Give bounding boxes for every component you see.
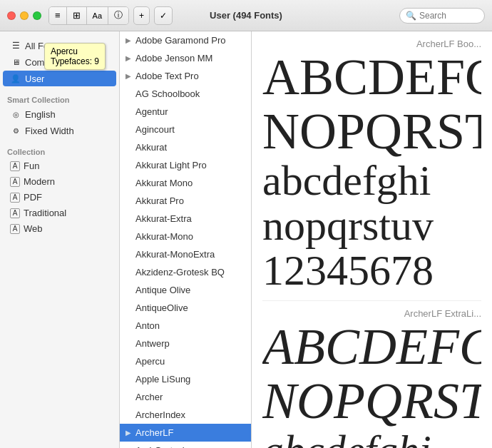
web-icon: A xyxy=(10,224,20,234)
font-size-button[interactable]: Aа xyxy=(87,7,108,24)
tooltip-typefaces: Typefaces: 9 xyxy=(51,56,99,66)
sidebar-label-english: English xyxy=(25,109,56,120)
font-list: ▶Adobe Garamond Pro ▶Adobe Jenson MM ▶Ad… xyxy=(120,31,252,448)
list-item[interactable]: Akkurat Mono xyxy=(120,174,251,192)
list-view-button[interactable]: ≡ xyxy=(49,7,67,24)
info-button[interactable]: ⓘ xyxy=(108,7,128,24)
view-toggle: ≡ ⊞ Aа ⓘ xyxy=(48,6,129,25)
list-item[interactable]: ▶Adobe Text Pro xyxy=(120,67,251,85)
sidebar-label-user: User xyxy=(25,73,44,84)
list-item[interactable]: Akzidenz-Grotesk BQ xyxy=(120,263,251,281)
font-size-icon: Aа xyxy=(93,11,102,20)
traditional-icon: A xyxy=(10,208,20,218)
list-item-selected[interactable]: ▶ArcherLF xyxy=(120,424,251,442)
preview-font-name-1: ArcherLF Boo... xyxy=(262,39,481,49)
maximize-button[interactable] xyxy=(33,11,41,20)
fun-icon: A xyxy=(10,161,20,171)
arrow-icon: ▶ xyxy=(125,72,133,80)
activate-button[interactable]: ✓ xyxy=(154,6,173,25)
list-item[interactable]: Akkurat-Mono xyxy=(120,228,251,245)
list-view-icon: ≡ xyxy=(55,10,61,21)
add-font-button[interactable]: + xyxy=(133,6,150,25)
preview-uppercase-2: NOPQRSTU xyxy=(262,105,481,159)
list-item[interactable]: ▶Adobe Garamond Pro xyxy=(120,31,251,49)
arrow-icon: ▶ xyxy=(125,429,133,437)
grid-view-button[interactable]: ⊞ xyxy=(67,7,87,24)
sidebar-label-fun: Fun xyxy=(24,161,39,171)
traffic-lights xyxy=(7,11,41,20)
user-icon: 👤 xyxy=(10,73,21,84)
list-item[interactable]: Agentur xyxy=(120,103,251,121)
list-item[interactable]: Akkurat-Extra xyxy=(120,210,251,228)
sidebar-label-pdf: PDF xyxy=(24,192,42,203)
preview-italic-upper-1: ABCDEFGH xyxy=(262,320,481,375)
sidebar-item-web[interactable]: A Web xyxy=(3,221,116,236)
list-item[interactable]: Antwerp xyxy=(120,335,251,352)
window-title: User (494 Fonts) xyxy=(210,10,282,21)
search-input[interactable] xyxy=(419,11,476,21)
preview-text-2: ABCDEFGH NOPQRSTU abcdefghi xyxy=(262,320,481,448)
sidebar-item-user[interactable]: 👤 User xyxy=(3,71,116,86)
english-icon: ◎ xyxy=(10,108,21,120)
list-item[interactable]: Apple LiSung xyxy=(120,370,251,388)
sidebar-label-modern: Modern xyxy=(24,176,55,187)
fixed-width-icon: ⚙ xyxy=(10,125,21,136)
pdf-icon: A xyxy=(10,193,20,203)
computer-icon: 🖥 xyxy=(10,56,21,68)
list-item[interactable]: ArchGrotesk xyxy=(120,442,251,448)
toolbar-left: ≡ ⊞ Aа ⓘ + ✓ xyxy=(48,6,173,25)
sidebar-item-pdf[interactable]: A PDF xyxy=(3,190,116,205)
sidebar-item-modern[interactable]: A Modern xyxy=(3,174,116,189)
list-item[interactable]: Apercu xyxy=(120,352,251,370)
sidebar-label-fixed-width: Fixed Width xyxy=(25,126,74,136)
list-item[interactable]: AG Schoolbook xyxy=(120,85,251,103)
list-item[interactable]: Anton xyxy=(120,317,251,335)
minimize-button[interactable] xyxy=(20,11,29,20)
list-item[interactable]: AntiqueOlive xyxy=(120,299,251,317)
preview-numbers: 12345678 xyxy=(262,248,481,293)
sidebar-label-web: Web xyxy=(24,223,43,234)
main-content: ☰ All Fonts 🖥 Computer 👤 User Smart Coll… xyxy=(0,31,492,448)
list-item[interactable]: Agincourt xyxy=(120,121,251,138)
check-icon: ✓ xyxy=(160,11,167,21)
preview-panel: ArcherLF Boo... ABCDEFGH NOPQRSTU abcdef… xyxy=(252,31,492,448)
search-box[interactable]: 🔍 xyxy=(399,8,485,24)
list-item[interactable]: Akkurat Pro xyxy=(120,192,251,210)
list-item[interactable]: Antique Olive xyxy=(120,281,251,299)
sidebar-label-traditional: Traditional xyxy=(24,208,66,218)
list-item[interactable]: Akkurat xyxy=(120,138,251,156)
tooltip-font-name: Apercu xyxy=(51,46,99,56)
arrow-icon: ▶ xyxy=(125,54,133,62)
search-icon: 🔍 xyxy=(406,11,416,21)
sidebar-item-traditional[interactable]: A Traditional xyxy=(3,205,116,220)
list-item[interactable]: Archer xyxy=(120,388,251,406)
grid-view-icon: ⊞ xyxy=(73,10,81,21)
preview-lowercase-2: nopqrstuv xyxy=(262,203,481,248)
list-item[interactable]: ▶Adobe Jenson MM xyxy=(120,49,251,67)
modern-icon: A xyxy=(10,177,20,187)
smart-collection-header: Smart Collection xyxy=(0,91,119,106)
preview-lowercase-1: abcdefghi xyxy=(262,158,481,203)
preview-uppercase-1: ABCDEFGH xyxy=(262,51,481,105)
titlebar: ≡ ⊞ Aа ⓘ + ✓ User (494 Fonts) 🔍 Apercu xyxy=(0,0,492,31)
collection-header: Collection xyxy=(0,143,119,158)
arrow-icon: ▶ xyxy=(125,36,133,44)
preview-font-name-2: ArcherLF ExtraLi... xyxy=(262,308,481,319)
preview-section-2: ArcherLF ExtraLi... ABCDEFGH NOPQRSTU ab… xyxy=(262,308,481,448)
preview-italic-lower-1: abcdefghi xyxy=(262,428,481,448)
sidebar-item-fixed-width[interactable]: ⚙ Fixed Width xyxy=(3,123,116,138)
list-item[interactable]: Akkurat-MonoExtra xyxy=(120,245,251,263)
sidebar-item-fun[interactable]: A Fun xyxy=(3,158,116,173)
sidebar: ☰ All Fonts 🖥 Computer 👤 User Smart Coll… xyxy=(0,31,120,448)
tooltip-popup: Apercu Typefaces: 9 xyxy=(44,43,106,70)
preview-section-1: ArcherLF Boo... ABCDEFGH NOPQRSTU abcdef… xyxy=(262,39,481,301)
sidebar-item-english[interactable]: ◎ English xyxy=(3,106,116,122)
list-item[interactable]: ArcherIndex xyxy=(120,406,251,424)
list-item[interactable]: Akkurat Light Pro xyxy=(120,156,251,174)
toolbar-right: 🔍 xyxy=(399,8,485,24)
add-icon: + xyxy=(139,11,144,21)
all-fonts-icon: ☰ xyxy=(10,40,21,51)
close-button[interactable] xyxy=(7,11,16,20)
preview-text-1: ABCDEFGH NOPQRSTU abcdefghi nopqrstuv 12… xyxy=(262,51,481,293)
info-icon: ⓘ xyxy=(114,9,123,21)
